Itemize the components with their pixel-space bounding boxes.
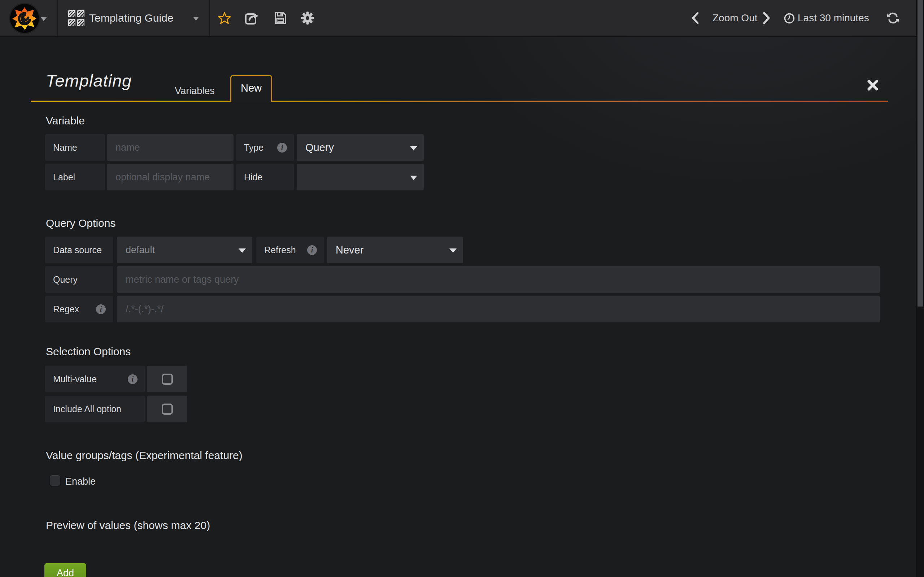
multi-value-label: Multi-value i: [45, 366, 145, 392]
save-button[interactable]: [269, 0, 291, 36]
scrollbar-thumb[interactable]: [918, 0, 923, 306]
grafana-app: Templating Guide: [0, 0, 924, 577]
enable-checkbox[interactable]: [50, 475, 60, 486]
info-icon[interactable]: i: [96, 305, 106, 314]
value-groups-heading: Value groups/tags (Experimental feature): [46, 449, 242, 462]
dashboard-icon: [68, 10, 85, 27]
dashboard-title-button[interactable]: Templating Guide: [57, 0, 208, 36]
time-back-button[interactable]: [685, 0, 705, 36]
datasource-label: Data source: [45, 237, 113, 263]
select-caret-icon: [239, 248, 246, 253]
hide-label: Hide: [236, 164, 294, 190]
gear-icon: [300, 11, 314, 25]
refresh-select[interactable]: Never: [327, 237, 463, 263]
time-forward-button[interactable]: [756, 0, 777, 36]
chevron-right-icon: [762, 12, 771, 24]
close-button[interactable]: [865, 77, 881, 93]
zoom-out-button[interactable]: Zoom Out: [712, 0, 757, 36]
type-select[interactable]: Query: [297, 134, 424, 161]
enable-label: Enable: [65, 476, 96, 487]
select-caret-icon: [449, 248, 457, 253]
label-input[interactable]: [107, 164, 234, 190]
select-caret-icon: [410, 146, 417, 150]
grafana-menu-button[interactable]: [0, 0, 57, 36]
query-input[interactable]: [117, 266, 880, 293]
navbar-divider: [208, 0, 210, 36]
share-button[interactable]: [241, 0, 263, 36]
grafana-logo-icon: [10, 4, 39, 33]
time-range-button[interactable]: Last 30 minutes: [798, 0, 869, 36]
tab-variables[interactable]: Variables: [163, 81, 226, 101]
include-all-checkbox[interactable]: [147, 396, 187, 422]
settings-button[interactable]: [297, 0, 318, 36]
info-icon[interactable]: i: [307, 245, 317, 255]
tab-new[interactable]: New: [230, 75, 272, 102]
info-icon[interactable]: i: [128, 374, 137, 384]
chevron-left-icon: [691, 12, 699, 24]
preview-heading: Preview of values (shows max 20): [46, 519, 210, 532]
name-input[interactable]: [107, 134, 234, 161]
regex-label: Regex i: [45, 296, 113, 322]
tabs-accent-line: [31, 101, 888, 102]
label-label: Label: [45, 164, 105, 190]
share-icon: [245, 11, 259, 25]
dashboard-title: Templating Guide: [89, 0, 173, 36]
name-label: Name: [45, 134, 105, 161]
query-label: Query: [45, 266, 113, 293]
refresh-icon: [887, 12, 900, 24]
query-options-heading: Query Options: [46, 217, 115, 229]
selection-options-heading: Selection Options: [46, 345, 131, 358]
star-icon: [218, 11, 231, 24]
type-label: Type i: [236, 134, 294, 161]
variable-section-heading: Variable: [46, 115, 85, 127]
chevron-down-icon: [40, 17, 47, 21]
clock-icon: [784, 13, 795, 24]
star-button[interactable]: [214, 0, 235, 36]
checkbox-icon: [162, 374, 173, 385]
multi-value-checkbox[interactable]: [147, 366, 187, 392]
include-all-label: Include All option: [45, 396, 145, 422]
refresh-label: Refresh i: [256, 237, 324, 263]
regex-input[interactable]: [117, 296, 880, 322]
chevron-down-icon: [193, 17, 199, 21]
info-icon[interactable]: i: [277, 143, 287, 153]
save-icon: [274, 12, 286, 24]
select-caret-icon: [410, 176, 417, 180]
hide-select[interactable]: [297, 164, 424, 190]
refresh-button[interactable]: [882, 0, 904, 36]
add-button[interactable]: Add: [44, 563, 86, 577]
page-title: Templating: [46, 71, 132, 90]
close-icon: [867, 79, 879, 91]
top-navbar: Templating Guide: [0, 0, 924, 37]
datasource-select[interactable]: default: [117, 237, 252, 263]
checkbox-icon: [162, 403, 173, 415]
